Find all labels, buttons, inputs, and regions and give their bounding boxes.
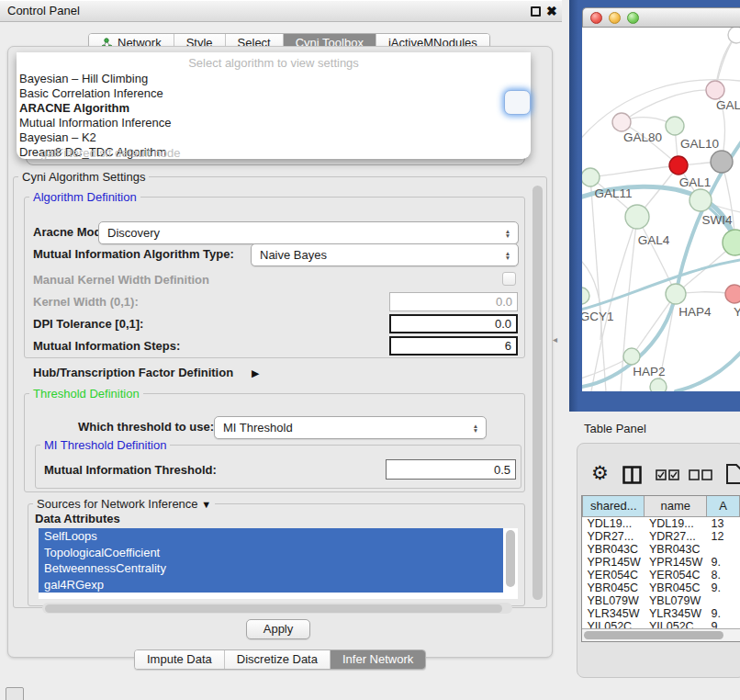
table-hscroll-thumb[interactable] bbox=[584, 631, 723, 639]
network-node-y[interactable] bbox=[725, 285, 740, 303]
table-row[interactable]: YER054CYER054C8. bbox=[583, 569, 740, 581]
column-browser-icon[interactable] bbox=[622, 466, 642, 484]
table-cell: YBR045C bbox=[645, 581, 706, 594]
table-cell: 8. bbox=[706, 569, 739, 581]
algorithm-option[interactable]: Basic Correlation Inference bbox=[17, 86, 531, 101]
algorithm-option[interactable]: Mutual Information Inference bbox=[17, 116, 531, 130]
which-threshold-select[interactable]: MI Threshold ▲▼ bbox=[214, 416, 487, 439]
column-header-3[interactable]: A bbox=[706, 496, 739, 516]
table-cell: YDR27... bbox=[583, 530, 645, 543]
mi-threshold-input[interactable] bbox=[386, 459, 516, 480]
data-attributes-label: Data Attributes bbox=[35, 512, 120, 526]
stepper-arrows-icon: ▲▼ bbox=[468, 423, 483, 433]
tab-impute-data[interactable]: Impute Data bbox=[135, 650, 225, 669]
attributes-hscrollbar[interactable] bbox=[42, 603, 512, 614]
network-edge[interactable] bbox=[590, 165, 678, 177]
mi-type-select[interactable]: Naive Bayes ▲▼ bbox=[251, 243, 519, 266]
network-node[interactable] bbox=[711, 151, 733, 173]
network-window-titlebar[interactable] bbox=[582, 7, 740, 28]
table-cell bbox=[706, 543, 739, 556]
table-row[interactable]: YBL079WYBL079W bbox=[583, 594, 740, 607]
node-label: GAL1 bbox=[679, 175, 712, 189]
dpi-tolerance-input[interactable] bbox=[389, 314, 518, 333]
select-all-checkboxes-icon[interactable] bbox=[656, 469, 679, 480]
data-attributes-list[interactable]: SelfLoopsTopologicalCoefficientBetweenne… bbox=[39, 528, 518, 599]
table-hscrollbar[interactable] bbox=[582, 628, 740, 641]
kernel-width-label: Kernel Width (0,1): bbox=[33, 295, 139, 310]
table-row[interactable]: YPR145WYPR145W9. bbox=[583, 556, 740, 569]
algorithm-option[interactable]: Bayesian – Hill Climbing bbox=[17, 72, 531, 86]
minimized-panel-button[interactable] bbox=[6, 687, 24, 700]
close-panel-icon[interactable]: ✖ bbox=[546, 1, 557, 21]
table-cell: YDR27... bbox=[645, 530, 706, 543]
network-node-hap2[interactable] bbox=[623, 348, 640, 365]
table-cell: YER054C bbox=[583, 569, 645, 581]
network-node[interactable] bbox=[650, 378, 667, 391]
network-edge-thick[interactable] bbox=[676, 347, 740, 391]
table-cell: YDL19... bbox=[583, 516, 645, 530]
column-header-2[interactable]: name bbox=[645, 496, 706, 516]
attribute-item[interactable]: TopologicalCoefficient bbox=[39, 545, 503, 561]
network-node-gal10[interactable] bbox=[666, 117, 684, 135]
close-window-icon[interactable] bbox=[590, 12, 602, 24]
network-node-gal1[interactable] bbox=[669, 156, 688, 175]
tab-infer-network[interactable]: Infer Network bbox=[331, 650, 425, 669]
kernel-width-input[interactable] bbox=[389, 292, 518, 311]
node-table[interactable]: shared...nameA YDL19...YDL19...13YDR27..… bbox=[581, 495, 740, 642]
table-cell: YPR145W bbox=[645, 556, 706, 569]
attribute-item[interactable]: gal4RGexp bbox=[39, 577, 503, 593]
algorithm-option[interactable]: Bayesian – K2 bbox=[17, 130, 531, 145]
float-panel-icon[interactable] bbox=[531, 6, 541, 17]
network-node-gal7[interactable] bbox=[706, 81, 724, 99]
network-node-gal11[interactable] bbox=[582, 168, 600, 186]
network-node-gal80[interactable] bbox=[612, 113, 631, 131]
attributes-hscroll-thumb[interactable] bbox=[45, 604, 502, 613]
network-edge-thick[interactable] bbox=[582, 259, 740, 310]
node-label: GAL7 bbox=[716, 98, 740, 112]
node-label: SWI4 bbox=[701, 213, 732, 227]
table-row[interactable]: YDL19...YDL19...13 bbox=[583, 516, 740, 530]
expand-arrow-icon[interactable]: ▶ bbox=[252, 366, 259, 380]
table-cell: YBL079W bbox=[583, 594, 645, 607]
column-header-1[interactable]: shared... bbox=[583, 496, 645, 516]
table-row[interactable]: YDR27...YDR27...12 bbox=[583, 530, 740, 543]
apply-button[interactable]: Apply bbox=[246, 619, 310, 639]
attribute-item[interactable]: SelfLoops bbox=[39, 528, 503, 545]
attributes-vscrollbar[interactable] bbox=[506, 530, 515, 587]
network-edge[interactable] bbox=[590, 177, 606, 391]
collapse-arrow-icon[interactable]: ▼ bbox=[201, 498, 211, 512]
deselect-checkboxes-icon[interactable] bbox=[689, 469, 712, 480]
zoom-window-icon[interactable] bbox=[627, 12, 639, 24]
algorithm-combo-focus-ring bbox=[504, 90, 531, 115]
table-cell: 9. bbox=[706, 556, 739, 569]
table-cell: 13 bbox=[706, 516, 739, 530]
table-cell: YLR345W bbox=[645, 607, 706, 620]
network-node-hap4[interactable] bbox=[666, 284, 686, 304]
table-row[interactable]: YBR043CYBR043C bbox=[583, 543, 740, 556]
control-panel-title: Control Panel bbox=[7, 1, 80, 21]
network-edge[interactable] bbox=[632, 294, 676, 356]
table-cell: YER054C bbox=[645, 569, 706, 581]
network-node[interactable] bbox=[728, 28, 740, 43]
splitpane-collapse-icon[interactable]: ◂ bbox=[553, 334, 557, 344]
gear-icon[interactable]: ⚙ bbox=[591, 462, 609, 484]
tab-discretize-data[interactable]: Discretize Data bbox=[225, 650, 331, 669]
network-node-gal4[interactable] bbox=[625, 205, 649, 229]
network-canvas[interactable]: GAL7GAL80GAL10GAL1GAL11SWI4GAL4GCY1HAP4Y… bbox=[582, 28, 740, 391]
app-window: Control Panel ✖ NetworkStyleSelectCyni T… bbox=[0, 0, 740, 700]
aracne-mode-select[interactable]: Discovery ▲▼ bbox=[98, 221, 519, 244]
minimize-window-icon[interactable] bbox=[609, 12, 621, 24]
algorithm-option[interactable]: ARACNE Algorithm bbox=[17, 101, 531, 116]
manual-kernel-checkbox[interactable] bbox=[502, 272, 516, 286]
mi-threshold-title: MI Threshold Definition bbox=[40, 438, 170, 452]
table-row[interactable]: YLR345WYLR345W9. bbox=[583, 607, 740, 620]
settings-scrollbar[interactable] bbox=[533, 186, 543, 600]
aracne-mode-value: Discovery bbox=[99, 226, 500, 240]
network-node-gcy1[interactable] bbox=[582, 288, 589, 304]
table-row[interactable]: YBR045CYBR045C9. bbox=[583, 581, 740, 594]
mi-steps-input[interactable] bbox=[389, 336, 518, 356]
attribute-item[interactable]: BetweennessCentrality bbox=[39, 560, 503, 577]
algorithm-definition-title: Algorithm Definition bbox=[29, 190, 140, 204]
document-icon[interactable] bbox=[725, 463, 740, 485]
network-node-swi4[interactable] bbox=[690, 189, 712, 211]
